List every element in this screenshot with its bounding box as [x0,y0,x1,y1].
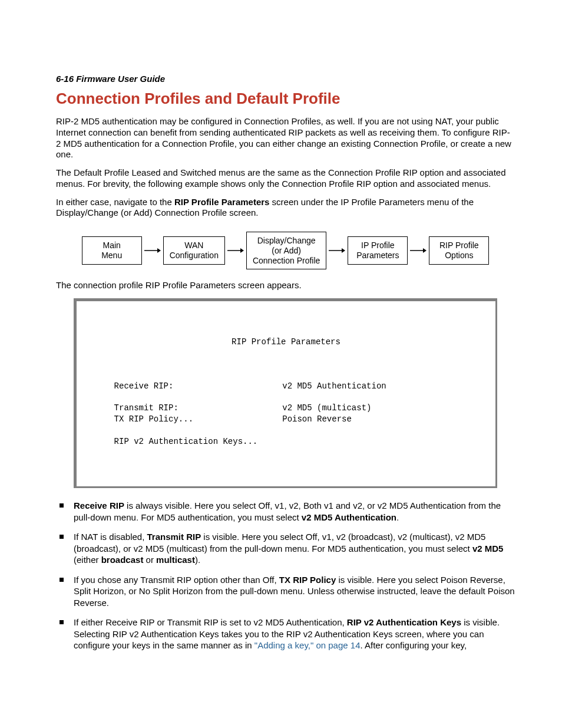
flow-box-wan-config: WANConfiguration [163,236,225,265]
section-title: Connection Profiles and Default Profile [56,90,515,108]
arrow-icon [410,248,427,253]
terminal-title: RIP Profile Parameters [94,337,478,348]
text: . After configuring your key, [361,640,467,650]
svg-marker-1 [157,248,161,253]
paragraph: RIP-2 MD5 authentication may be configur… [56,116,515,160]
text: If you chose any Transmit RIP option oth… [74,575,279,585]
list-item: If either Receive RIP or Transmit RIP is… [56,617,515,651]
flow-box-rip-profile: RIP ProfileOptions [429,236,489,265]
emphasis: multicast [156,555,195,565]
list-item: Receive RIP is always visible. Here you … [56,500,515,523]
emphasis: v2 MD5 [472,543,504,554]
terminal-body: Receive RIP: v2 MD5 Authentication Trans… [94,381,478,447]
terminal-screen: RIP Profile Parameters Receive RIP: v2 M… [74,298,497,488]
running-header: 6-16 Firmware User Guide [56,74,515,84]
text: is always visible. Here you select Off, … [74,500,501,522]
emphasis: Receive RIP [74,500,124,510]
arrow-icon [144,248,161,253]
text: In either case, navigate to the [56,197,174,207]
text: If NAT is disabled, [74,532,147,542]
list-item: If NAT is disabled, Transmit RIP is visi… [56,531,515,566]
flow-box-connection-profile: Display/Change(or Add)Connection Profile [246,232,326,269]
flow-box-ip-profile: IP ProfileParameters [348,236,408,265]
paragraph: The connection profile RIP Profile Param… [56,280,515,291]
emphasis: broadcast [101,555,144,565]
emphasis: TX RIP Policy [279,575,336,585]
svg-marker-3 [240,248,244,253]
text: ). [195,555,200,565]
text: . [396,512,399,522]
emphasis: RIP Profile Parameters [174,197,269,207]
text: or [143,555,156,565]
emphasis: v2 MD5 Authentication [302,512,396,522]
cross-reference-link[interactable]: "Adding a key," on page 14 [254,640,361,650]
list-item: If you chose any Transmit RIP option oth… [56,574,515,609]
page: 6-16 Firmware User Guide Connection Prof… [0,0,562,695]
bullet-list: Receive RIP is always visible. Here you … [56,500,515,651]
text: (either [74,555,101,565]
emphasis: Transmit RIP [147,532,201,542]
arrow-icon [329,248,345,253]
navigation-flow-diagram: MainMenu WANConfiguration Display/Change… [56,232,515,269]
flow-box-main-menu: MainMenu [82,236,142,265]
svg-marker-5 [342,248,345,253]
paragraph: In either case, navigate to the RIP Prof… [56,197,515,219]
emphasis: RIP v2 Authentication Keys [347,617,461,627]
paragraph: The Default Profile Leased and Switched … [56,167,515,190]
svg-marker-7 [423,248,427,253]
terminal-screenshot: RIP Profile Parameters Receive RIP: v2 M… [74,298,497,488]
text: If either Receive RIP or Transmit RIP is… [74,617,347,627]
arrow-icon [227,248,244,253]
